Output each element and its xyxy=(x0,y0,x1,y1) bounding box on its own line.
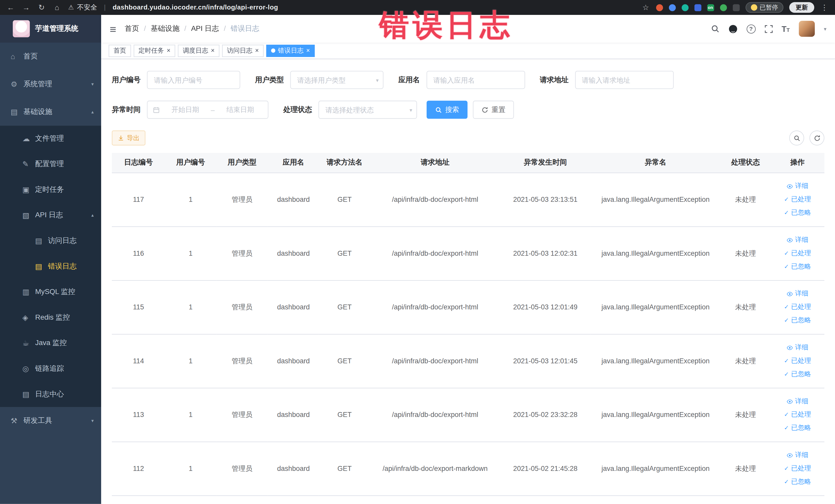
bookmark-star-icon[interactable]: ☆ xyxy=(641,3,650,12)
cell-log-id: 117 xyxy=(112,173,165,226)
search-icon[interactable] xyxy=(711,24,719,33)
ignored-link[interactable]: ✓ 已忽略 xyxy=(773,475,822,489)
ignored-link[interactable]: ✓ 已忽略 xyxy=(773,206,822,220)
extension-icon[interactable] xyxy=(669,4,676,11)
refresh-table-button[interactable] xyxy=(810,130,824,145)
search-button[interactable]: 搜索 xyxy=(427,101,468,119)
eye-icon xyxy=(787,237,793,243)
smiley-icon xyxy=(751,4,757,11)
sidebar-item-access-log[interactable]: ▤ 访问日志 xyxy=(0,228,101,254)
sidebar-item-config-manage[interactable]: ✎ 配置管理 xyxy=(0,151,101,177)
process-status-select-input[interactable] xyxy=(319,101,417,119)
sidebar-item-cron-job[interactable]: ▣ 定时任务 xyxy=(0,177,101,203)
cell-user-id: 1 xyxy=(165,173,216,226)
date-range-picker[interactable]: 开始日期 – 结束日期 xyxy=(147,101,268,119)
browser-actions: ☆ on 已暂停 更新 ⋮ xyxy=(641,2,829,13)
github-icon[interactable] xyxy=(729,24,737,33)
detail-link[interactable]: 详细 xyxy=(773,234,822,247)
close-icon[interactable]: × xyxy=(211,47,215,54)
close-icon[interactable]: × xyxy=(306,47,310,54)
extension-icon[interactable] xyxy=(720,4,727,11)
toggle-search-button[interactable] xyxy=(789,130,804,145)
sidebar-item-dev-tools[interactable]: ⚒ 研发工具 ▾ xyxy=(0,407,101,435)
collapse-menu-icon[interactable]: ≡ xyxy=(109,23,116,35)
detail-link[interactable]: 详细 xyxy=(773,341,822,354)
app-name-input[interactable] xyxy=(426,71,525,89)
help-icon[interactable]: ? xyxy=(747,24,755,33)
sidebar-item-redis-monitor[interactable]: ◈ Redis 监控 xyxy=(0,305,101,330)
infrastructure-icon: ▤ xyxy=(11,107,23,116)
chevron-up-icon: ▴ xyxy=(91,213,94,218)
tab-cron-job[interactable]: 定时任务 × xyxy=(134,44,175,57)
processed-label: 已处理 xyxy=(791,195,811,204)
browser-menu-icon[interactable]: ⋮ xyxy=(820,3,829,12)
processed-link[interactable]: ✓ 已处理 xyxy=(773,462,822,475)
tab-access-log[interactable]: 访问日志 × xyxy=(222,44,264,57)
sidebar-item-system[interactable]: ⚙ 系统管理 ▾ xyxy=(0,70,101,98)
sidebar-item-trace[interactable]: ◎ 链路追踪 xyxy=(0,356,101,382)
export-button[interactable]: 导出 xyxy=(112,130,145,145)
breadcrumb-item[interactable]: 基础设施 xyxy=(139,24,179,33)
app-logo[interactable]: 芋道管理系统 xyxy=(0,15,101,43)
chevron-up-icon: ▴ xyxy=(91,109,94,115)
table-row: 116 1 管理员 dashboard GET /api/infra/db-do… xyxy=(112,226,824,280)
request-url-input[interactable] xyxy=(575,71,674,89)
font-size-icon[interactable]: TT xyxy=(781,25,790,33)
processed-link[interactable]: ✓ 已处理 xyxy=(773,193,822,206)
forward-icon[interactable]: → xyxy=(22,3,30,12)
processed-link[interactable]: ✓ 已处理 xyxy=(773,247,822,260)
avatar[interactable] xyxy=(799,21,815,37)
detail-link[interactable]: 详细 xyxy=(773,287,822,300)
tab-home[interactable]: 首页 xyxy=(108,44,131,57)
tab-schedule-log[interactable]: 调度日志 × xyxy=(178,44,220,57)
browser-update-button[interactable]: 更新 xyxy=(789,2,814,13)
breadcrumb-item[interactable]: 首页 xyxy=(125,24,139,33)
browser-home-icon[interactable]: ⌂ xyxy=(53,3,61,12)
user-id-input[interactable] xyxy=(147,71,240,89)
site-security[interactable]: ⚠ 不安全 xyxy=(68,3,97,12)
sidebar-item-log-center[interactable]: ▤ 日志中心 xyxy=(0,381,101,407)
processed-link[interactable]: ✓ 已处理 xyxy=(773,300,822,314)
sidebar-item-infra[interactable]: ▤ 基础设施 ▴ xyxy=(0,98,101,126)
back-icon[interactable]: ← xyxy=(6,3,15,12)
address-bar[interactable]: dashboard.yudao.iocoder.cn/infra/log/api… xyxy=(113,4,278,11)
extension-icon[interactable] xyxy=(681,4,688,11)
ignored-link[interactable]: ✓ 已忽略 xyxy=(773,368,822,381)
cell-request-url: /api/infra/db-doc/export-html xyxy=(370,280,500,334)
extension-on-icon[interactable]: on xyxy=(707,4,714,11)
cell-exception-name: java.lang.IllegalArgumentException xyxy=(591,388,720,442)
col-actions: 操作 xyxy=(771,153,824,173)
avatar-caret-icon[interactable]: ▾ xyxy=(824,26,826,32)
breadcrumb-item[interactable]: API 日志 xyxy=(179,24,219,33)
paused-extension-badge[interactable]: 已暂停 xyxy=(746,2,783,13)
extension-icon[interactable] xyxy=(694,4,701,11)
sidebar-item-api-log[interactable]: ▧ API 日志 ▴ xyxy=(0,202,101,228)
user-type-select-input[interactable] xyxy=(290,71,384,89)
tab-error-log[interactable]: 错误日志 × xyxy=(266,44,315,57)
tab-label: 调度日志 xyxy=(183,46,208,55)
detail-link[interactable]: 详细 xyxy=(773,448,822,462)
close-icon[interactable]: × xyxy=(167,47,170,54)
sidebar-item-mysql-monitor[interactable]: ▥ MySQL 监控 xyxy=(0,279,101,305)
reset-button[interactable]: 重置 xyxy=(473,101,514,119)
cell-status: 未处理 xyxy=(720,388,771,442)
close-icon[interactable]: × xyxy=(255,47,259,54)
processed-link[interactable]: ✓ 已处理 xyxy=(773,408,822,421)
detail-link[interactable]: 详细 xyxy=(773,180,822,193)
ignored-link[interactable]: ✓ 已忽略 xyxy=(773,314,822,327)
sidebar-item-file-manage[interactable]: ☁ 文件管理 xyxy=(0,126,101,152)
detail-link[interactable]: 详细 xyxy=(773,395,822,408)
table-header-row: 日志编号 用户编号 用户类型 应用名 请求方法名 请求地址 异常发生时间 异常名… xyxy=(112,153,824,173)
extension-icon[interactable] xyxy=(656,4,663,11)
sidebar-item-java-monitor[interactable]: ☕ Java 监控 xyxy=(0,330,101,356)
sidebar-item-home[interactable]: ⌂ 首页 xyxy=(0,43,101,70)
ignored-link[interactable]: ✓ 已忽略 xyxy=(773,260,822,273)
fullscreen-icon[interactable] xyxy=(765,25,773,33)
extension-icon[interactable] xyxy=(733,4,739,11)
sidebar-item-error-log[interactable]: ▤ 错误日志 xyxy=(0,254,101,279)
reload-icon[interactable]: ↻ xyxy=(37,3,46,12)
processed-link[interactable]: ✓ 已处理 xyxy=(773,354,822,368)
top-navbar: ≡ 首页 基础设施 API 日志 错误日志 ? xyxy=(101,15,835,43)
warning-icon: ⚠ xyxy=(68,4,74,11)
ignored-link[interactable]: ✓ 已忽略 xyxy=(773,421,822,435)
